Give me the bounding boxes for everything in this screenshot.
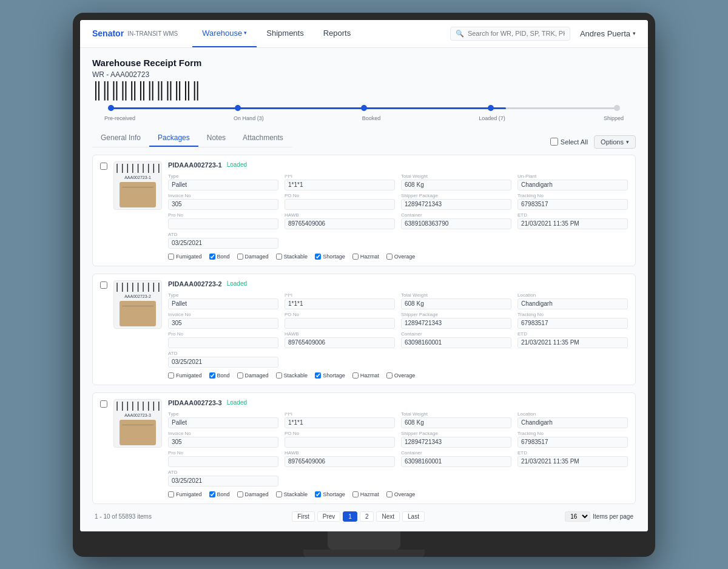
cb-input-damaged[interactable] [237, 491, 243, 497]
nav-bar: Senator IN-TRANSIT WMS Warehouse ▾ Shipm… [80, 20, 648, 48]
first-page-button[interactable]: First [292, 511, 314, 522]
cb-label: Damaged [245, 254, 269, 260]
nav-warehouse[interactable]: Warehouse ▾ [192, 20, 257, 48]
cb-input-overage[interactable] [386, 372, 393, 379]
checkbox-overage[interactable]: Overage [386, 491, 416, 497]
checkbox-fumigated[interactable]: Fumigated [168, 372, 202, 379]
cb-input-damaged[interactable] [237, 372, 243, 379]
package-select-checkbox[interactable] [100, 400, 107, 408]
package-box-graphic [120, 182, 156, 207]
checkbox-overage[interactable]: Overage [386, 254, 416, 260]
nav-shipments[interactable]: Shipments [257, 20, 313, 48]
cb-input-stackable[interactable] [276, 254, 282, 260]
tab-notes[interactable]: Notes [198, 130, 234, 147]
field-pro: Pro No [168, 331, 278, 348]
checkbox-bond[interactable]: Bond [209, 254, 230, 260]
nav-user[interactable]: Andres Puerta ▾ [580, 29, 636, 38]
next-page-button[interactable]: Next [376, 511, 400, 522]
main-barcode: ║║║║║║║║║║║║ [92, 81, 636, 100]
tab-general-info[interactable]: General Info [92, 130, 149, 147]
per-page-select[interactable]: 16 32 64 [565, 511, 590, 522]
cb-input-stackable[interactable] [276, 491, 282, 497]
cb-input-fumigated[interactable] [168, 254, 174, 260]
checkbox-stackable[interactable]: Stackable [276, 372, 308, 379]
checkbox-shortage[interactable]: Shortage [315, 491, 345, 497]
checkbox-damaged[interactable]: Damaged [237, 491, 269, 497]
checkbox-damaged[interactable]: Damaged [237, 254, 269, 260]
cb-input-shortage[interactable] [315, 491, 321, 497]
per-page-label: Items per page [593, 513, 633, 520]
cb-label: Shortage [323, 254, 345, 260]
cb-label: Damaged [245, 491, 269, 497]
cb-label: Bond [217, 254, 230, 260]
prev-page-button[interactable]: Prev [317, 511, 341, 522]
wr-id: WR - AAA002723 [92, 70, 636, 79]
progress-dots [108, 105, 620, 111]
select-all-label[interactable]: Select All [550, 138, 588, 146]
cb-input-shortage[interactable] [315, 372, 321, 379]
cb-input-hazmat[interactable] [352, 491, 359, 497]
page-2-button[interactable]: 2 [360, 511, 374, 522]
search-input[interactable] [468, 30, 565, 37]
cb-input-bond[interactable] [209, 491, 215, 497]
checkbox-shortage[interactable]: Shortage [315, 372, 345, 379]
step-dot-onhand [235, 105, 241, 111]
package-id: PIDAAA002723-2 [168, 280, 222, 288]
cb-input-hazmat[interactable] [352, 372, 359, 379]
cb-input-stackable[interactable] [276, 372, 282, 379]
checkbox-shortage[interactable]: Shortage [315, 254, 345, 260]
chevron-down-icon: ▾ [626, 139, 629, 145]
cb-input-damaged[interactable] [237, 254, 243, 260]
checkbox-bond[interactable]: Bond [209, 372, 230, 379]
cb-input-overage[interactable] [386, 491, 393, 497]
package-card: ||||||||||| AAA002723-1 PIDAAA002723-1 L… [92, 155, 636, 266]
field-etd: ETD 21/03/2021 11:35 PM [517, 331, 628, 348]
cb-input-hazmat[interactable] [352, 254, 359, 260]
package-box-graphic [120, 420, 156, 445]
select-all-checkbox[interactable] [550, 138, 558, 146]
monitor-stand [328, 531, 400, 550]
field-hawb: HAWB 89765409006 [285, 450, 395, 467]
progress-labels: Pre-received On Hand (3) Booked Loaded (… [104, 115, 624, 121]
cb-input-bond[interactable] [209, 254, 215, 260]
cb-input-bond[interactable] [209, 372, 215, 379]
page-1-button[interactable]: 1 [343, 511, 357, 522]
cb-input-fumigated[interactable] [168, 372, 174, 379]
checkbox-stackable[interactable]: Stackable [276, 491, 308, 497]
package-select-checkbox[interactable] [100, 163, 107, 170]
field-shipper: Shipper Package 12894721343 [401, 312, 511, 329]
checkbox-hazmat[interactable]: Hazmat [352, 372, 379, 379]
tab-attachments[interactable]: Attachments [234, 130, 292, 147]
cb-label: Overage [394, 254, 416, 260]
package-select-checkbox[interactable] [100, 281, 107, 289]
field-atd: ATD 03/25/2021 [168, 351, 278, 368]
checkbox-fumigated[interactable]: Fumigated [168, 491, 202, 497]
nav-reports[interactable]: Reports [314, 20, 361, 48]
checkbox-overage[interactable]: Overage [386, 372, 416, 379]
options-button[interactable]: Options ▾ [594, 135, 636, 149]
tab-packages[interactable]: Packages [149, 130, 198, 147]
field-pro: Pro No [168, 450, 278, 467]
cb-input-overage[interactable] [386, 254, 393, 260]
field-shipper: Shipper Package 12894721343 [401, 431, 511, 448]
pagination-info: 1 - 10 of 55893 items [95, 513, 152, 520]
package-image: ||||||||||| AAA002723-3 [113, 399, 162, 448]
search-icon: 🔍 [456, 30, 464, 38]
package-box-graphic [120, 301, 156, 326]
checkbox-stackable[interactable]: Stackable [276, 254, 308, 260]
step-dot-booked [361, 105, 367, 111]
checkbox-bond[interactable]: Bond [209, 491, 230, 497]
checkbox-hazmat[interactable]: Hazmat [352, 491, 379, 497]
package-fields: PIDAAA002723-2 Loaded Type Pallet I*I*I … [168, 280, 628, 379]
cb-label: Hazmat [360, 491, 379, 497]
cb-label: Damaged [245, 372, 269, 379]
top-controls: Select All Options ▾ [550, 135, 636, 149]
package-barcode: ||||||||||| [113, 282, 162, 293]
checkbox-hazmat[interactable]: Hazmat [352, 254, 379, 260]
field-tracking: Tracking No 67983517 [517, 312, 628, 329]
cb-input-shortage[interactable] [315, 254, 321, 260]
checkbox-damaged[interactable]: Damaged [237, 372, 269, 379]
last-page-button[interactable]: Last [402, 511, 425, 522]
checkbox-fumigated[interactable]: Fumigated [168, 254, 202, 260]
cb-input-fumigated[interactable] [168, 491, 174, 497]
